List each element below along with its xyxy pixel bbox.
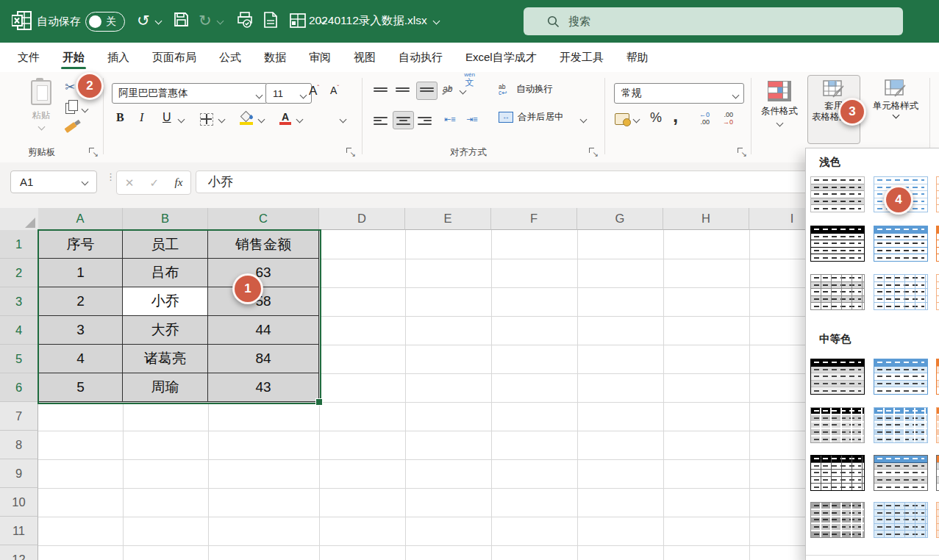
- grow-font-button[interactable]: Aˆ: [309, 84, 319, 98]
- row-header-4[interactable]: 4: [0, 316, 38, 345]
- comma-style-button[interactable]: ,: [673, 104, 678, 127]
- cell-styles-button[interactable]: 单元格样式: [866, 75, 925, 144]
- table-style-option-m-lblue-grid[interactable]: [874, 502, 928, 538]
- tab-9[interactable]: 自动执行: [397, 45, 444, 71]
- phonetic-chevron-icon[interactable]: [340, 116, 347, 123]
- cell-B4[interactable]: 大乔: [123, 316, 208, 345]
- table-borders-icon[interactable]: [290, 12, 306, 33]
- column-header-B[interactable]: B: [123, 208, 208, 230]
- tab-6[interactable]: 数据: [263, 45, 288, 71]
- select-all-corner[interactable]: [0, 208, 39, 231]
- italic-button[interactable]: I: [140, 111, 143, 124]
- table-style-option-m-seg-dark[interactable]: [810, 407, 865, 443]
- align-left-button[interactable]: [374, 115, 388, 126]
- row-header-2[interactable]: 2: [0, 259, 38, 287]
- font-color-chevron-icon[interactable]: [296, 116, 304, 123]
- column-header-G[interactable]: G: [577, 208, 663, 230]
- autosave-toggle[interactable]: 关: [85, 12, 125, 32]
- number-format-select[interactable]: 常规: [614, 83, 744, 104]
- decrease-decimal-button[interactable]: .00→0: [723, 112, 733, 126]
- cell-A4[interactable]: 3: [38, 316, 123, 345]
- merge-center-chevron-icon[interactable]: [580, 116, 588, 123]
- align-middle-button[interactable]: [396, 85, 410, 96]
- table-style-option-o-l3[interactable]: [936, 274, 939, 310]
- conditional-formatting-button[interactable]: 条件格式: [754, 77, 804, 145]
- tab-11[interactable]: 开发工具: [558, 45, 605, 71]
- bold-button[interactable]: B: [116, 111, 124, 124]
- table-style-option-m-dark[interactable]: [810, 359, 865, 395]
- orientation-icon[interactable]: ab: [443, 84, 452, 94]
- row-header-11[interactable]: 11: [0, 517, 38, 545]
- orientation-chevron-icon[interactable]: [460, 87, 467, 95]
- table-style-option-m-seg-blue[interactable]: [874, 407, 928, 443]
- tab-10[interactable]: Excel自学成才: [464, 45, 538, 71]
- cut-icon[interactable]: ✂: [65, 79, 75, 95]
- row-header-9[interactable]: 9: [0, 459, 38, 488]
- search-input[interactable]: 搜索: [524, 7, 903, 35]
- font-size-select[interactable]: 11: [265, 83, 312, 104]
- currency-format-icon[interactable]: [615, 113, 629, 125]
- table-style-option-l-bluehead[interactable]: [874, 226, 928, 262]
- cell-C4[interactable]: 44: [208, 316, 319, 345]
- tab-4[interactable]: 页面布局: [151, 45, 198, 71]
- font-color-icon[interactable]: A: [279, 110, 291, 125]
- wrap-text-button[interactable]: ab c↩ 自动换行: [499, 83, 553, 96]
- borders-chevron-icon[interactable]: [218, 116, 226, 123]
- cell-B5[interactable]: 诸葛亮: [123, 345, 208, 373]
- table-style-option-l-gray[interactable]: [810, 176, 865, 212]
- table-style-option-m-blue[interactable]: [874, 359, 928, 395]
- cell-C5[interactable]: 84: [208, 345, 319, 373]
- underline-chevron-icon[interactable]: [178, 116, 185, 123]
- tab-2[interactable]: 开始: [61, 45, 86, 71]
- currency-chevron-icon[interactable]: [633, 116, 640, 123]
- align-top-button[interactable]: [374, 85, 388, 96]
- format-painter-icon[interactable]: [64, 122, 76, 133]
- alignment-dialog-launcher[interactable]: [588, 147, 598, 157]
- table-style-option-o-m1[interactable]: [936, 359, 939, 395]
- cell-C2[interactable]: 63: [208, 259, 319, 287]
- tab-8[interactable]: 视图: [352, 45, 377, 71]
- cell-C1[interactable]: 销售金额: [208, 230, 319, 259]
- undo-icon[interactable]: ↺: [137, 10, 150, 31]
- percent-style-button[interactable]: %: [650, 110, 662, 126]
- font-dialog-launcher[interactable]: [346, 147, 355, 157]
- undo-dropdown-chevron-icon[interactable]: [155, 18, 163, 25]
- quick-print-icon[interactable]: [237, 12, 253, 33]
- fill-handle[interactable]: [315, 398, 323, 406]
- table-style-option-m-grid-dark[interactable]: [810, 455, 865, 491]
- cell-A1[interactable]: 序号: [38, 230, 123, 259]
- cell-A5[interactable]: 4: [38, 345, 123, 373]
- row-header-1[interactable]: 1: [0, 230, 38, 259]
- print-preview-icon[interactable]: [263, 12, 278, 33]
- fill-color-chevron-icon[interactable]: [258, 116, 265, 123]
- insert-function-icon[interactable]: fx: [174, 176, 182, 189]
- copy-chevron-icon[interactable]: [82, 106, 89, 113]
- tab-5[interactable]: 公式: [218, 45, 243, 71]
- column-header-E[interactable]: E: [405, 208, 491, 230]
- increase-decimal-button[interactable]: ←0.00: [699, 112, 710, 126]
- row-header-10[interactable]: 10: [0, 488, 38, 517]
- font-name-select[interactable]: 阿里巴巴普惠体: [112, 83, 268, 104]
- shrink-font-button[interactable]: Aˇ: [330, 84, 339, 96]
- name-box[interactable]: A1: [10, 170, 97, 193]
- tab-3[interactable]: 插入: [106, 45, 131, 71]
- tab-12[interactable]: 帮助: [625, 45, 650, 71]
- table-style-option-l-bgrid[interactable]: [874, 274, 928, 310]
- row-header-7[interactable]: 7: [0, 402, 38, 431]
- enter-icon[interactable]: ✓: [150, 176, 160, 190]
- cell-C3[interactable]: 58: [208, 287, 319, 316]
- table-style-option-m-gray-grid[interactable]: [810, 502, 865, 538]
- row-header-6[interactable]: 6: [0, 373, 38, 402]
- align-right-button[interactable]: [418, 115, 432, 126]
- cell-B3[interactable]: 小乔: [123, 287, 208, 316]
- row-header-5[interactable]: 5: [0, 345, 38, 373]
- align-bottom-button-selected[interactable]: [416, 82, 438, 100]
- cell-A2[interactable]: 1: [38, 259, 123, 287]
- cell-B6[interactable]: 周瑜: [123, 373, 208, 402]
- table-style-option-o-m3[interactable]: [936, 455, 939, 491]
- table-style-option-m-band-blue[interactable]: [874, 455, 928, 491]
- number-dialog-launcher[interactable]: [737, 147, 746, 157]
- borders-icon[interactable]: [200, 113, 213, 126]
- column-header-H[interactable]: H: [663, 208, 749, 230]
- table-style-option-o-m2[interactable]: [936, 407, 939, 443]
